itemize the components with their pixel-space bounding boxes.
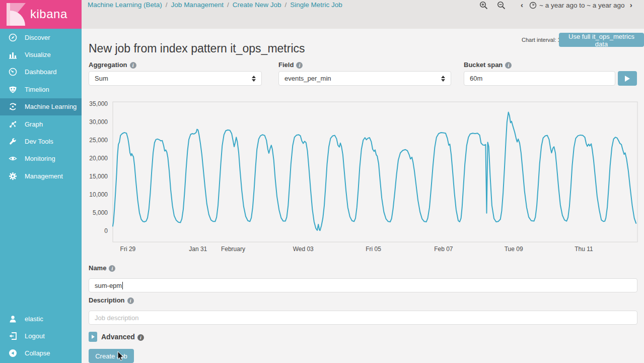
sidebar-item-label: Visualize [25, 51, 51, 58]
name-input[interactable]: sum-epm [89, 278, 637, 292]
breadcrumb-job-management[interactable]: Job Management [171, 1, 224, 9]
y-tick-label: 20,000 [89, 155, 108, 162]
info-icon [505, 62, 512, 69]
field-value: events_per_min [284, 75, 331, 82]
chart-interval-label: Chart interval: 1h [522, 37, 564, 43]
x-tick-label: Fri 05 [366, 246, 381, 253]
logout-icon [9, 332, 17, 340]
time-range-picker[interactable]: ~ a year ago to ~ a year ago [539, 2, 625, 9]
sidebar-item-collapse[interactable]: Collapse [0, 345, 82, 362]
breadcrumb-separator: / [166, 1, 168, 9]
description-label: Description [89, 296, 134, 304]
clock-icon [529, 2, 537, 9]
sidebar-item-logout[interactable]: Logout [0, 327, 82, 344]
page-title: New job from index pattern it_ops_metric… [89, 42, 305, 55]
y-tick-label: 10,000 [89, 191, 108, 198]
sidebar-item-label: Monitoring [25, 155, 55, 162]
top-bar: kibana Machine Learning (Beta)/Job Manag… [0, 0, 644, 29]
time-back-chevron[interactable]: ‹ [521, 1, 523, 9]
text-caret [122, 282, 123, 289]
sidebar-item-user-elastic[interactable]: elastic [0, 310, 82, 327]
metric-preview-chart: 05,00010,00015,00020,00025,00030,00035,0… [89, 99, 639, 256]
select-updown-icon [252, 76, 256, 82]
field-label: Field [278, 61, 303, 69]
circular-arrows-icon [9, 102, 17, 111]
breadcrumb-machine-learning[interactable]: Machine Learning (Beta) [88, 1, 162, 9]
sidebar-item-management[interactable]: Management [0, 167, 82, 185]
gauge-icon [9, 68, 17, 76]
aggregation-value: Sum [95, 75, 108, 82]
sidebar-item-timelion[interactable]: Timelion [0, 81, 82, 98]
y-tick-label: 5,000 [93, 209, 108, 216]
gear-icon [9, 172, 17, 180]
wrench-icon [9, 137, 17, 146]
sidebar-item-monitoring[interactable]: Monitoring [0, 150, 82, 167]
sidebar-item-label: Discover [25, 34, 50, 41]
sidebar-item-dev-tools[interactable]: Dev Tools [0, 133, 82, 150]
info-icon [130, 62, 136, 69]
info-icon [127, 297, 134, 304]
chevron-right-icon [92, 335, 95, 339]
y-tick-label: 35,000 [89, 100, 108, 107]
bar-chart-icon [9, 50, 17, 59]
network-icon [9, 120, 17, 129]
sidebar: Discover Visualize Dashboard Timelion Ma… [0, 29, 82, 363]
sidebar-item-label: Dashboard [25, 68, 57, 76]
sidebar-item-discover[interactable]: Discover [0, 29, 82, 46]
sidebar-item-label: Collapse [25, 349, 50, 357]
advanced-expand-button[interactable] [89, 332, 97, 342]
zoom-in-icon[interactable] [479, 1, 488, 10]
kibana-logo[interactable]: kibana [0, 0, 82, 29]
sidebar-item-machine-learning[interactable]: Machine Learning [0, 98, 82, 115]
chart-line [113, 112, 636, 231]
mask-icon [9, 85, 17, 94]
aggregation-select[interactable]: Sum [89, 71, 262, 86]
sidebar-item-dashboard[interactable]: Dashboard [0, 64, 82, 81]
breadcrumb-separator: / [285, 1, 287, 9]
kibana-logo-icon [7, 3, 26, 26]
run-preview-button[interactable] [618, 71, 637, 86]
field-select[interactable]: events_per_min [278, 71, 451, 86]
time-forward-chevron[interactable]: › [630, 1, 632, 9]
info-icon [137, 334, 144, 341]
description-input[interactable]: Job description [89, 311, 637, 325]
sidebar-footer: elastic Logout Collapse [0, 310, 82, 362]
aggregation-label: Aggregation [89, 61, 136, 69]
info-icon [109, 265, 115, 272]
x-tick-label: Wed 03 [293, 246, 314, 253]
sidebar-item-label: elastic [25, 315, 43, 323]
x-tick-label: Fri 29 [120, 246, 136, 253]
breadcrumb: Machine Learning (Beta)/Job Management/C… [88, 1, 342, 10]
zoom-out-icon[interactable] [497, 1, 506, 10]
name-label: Name [89, 264, 115, 272]
name-value: sum-epm [95, 282, 122, 289]
bucket-span-value: 60m [470, 75, 482, 82]
breadcrumb-separator: / [227, 1, 229, 9]
y-tick-label: 25,000 [89, 137, 108, 144]
create-job-button[interactable]: Create Job [89, 349, 134, 363]
sidebar-item-label: Graph [25, 120, 43, 128]
bucket-span-input[interactable]: 60m [464, 71, 615, 86]
y-tick-label: 0 [104, 227, 108, 234]
y-tick-label: 15,000 [89, 173, 108, 180]
topbar-controls: ‹ ~ a year ago to ~ a year ago › [479, 1, 632, 10]
collapse-circle-icon [9, 349, 17, 357]
x-tick-label: Jan 31 [189, 246, 207, 253]
x-tick-label: Tue 09 [505, 246, 523, 253]
x-tick-label: Feb 07 [434, 246, 453, 253]
sidebar-item-label: Dev Tools [25, 138, 53, 145]
breadcrumb-create-new-job[interactable]: Create New Job [233, 1, 281, 9]
sidebar-item-visualize[interactable]: Visualize [0, 46, 82, 63]
sidebar-item-label: Timelion [25, 86, 49, 93]
select-updown-icon [441, 76, 445, 82]
chart-svg: 05,00010,00015,00020,00025,00030,00035,0… [89, 99, 639, 256]
user-icon [9, 315, 17, 323]
x-tick-label: February [221, 246, 245, 253]
sidebar-item-graph[interactable]: Graph [0, 115, 82, 133]
advanced-label: Advanced [101, 333, 144, 341]
breadcrumb-single-metric-job[interactable]: Single Metric Job [290, 1, 342, 9]
chart-plot-border [113, 102, 637, 242]
sidebar-item-label: Logout [25, 332, 45, 340]
use-full-data-button[interactable]: Use full it_ops_metrics data [559, 33, 644, 47]
sidebar-item-label: Machine Learning [25, 103, 77, 110]
